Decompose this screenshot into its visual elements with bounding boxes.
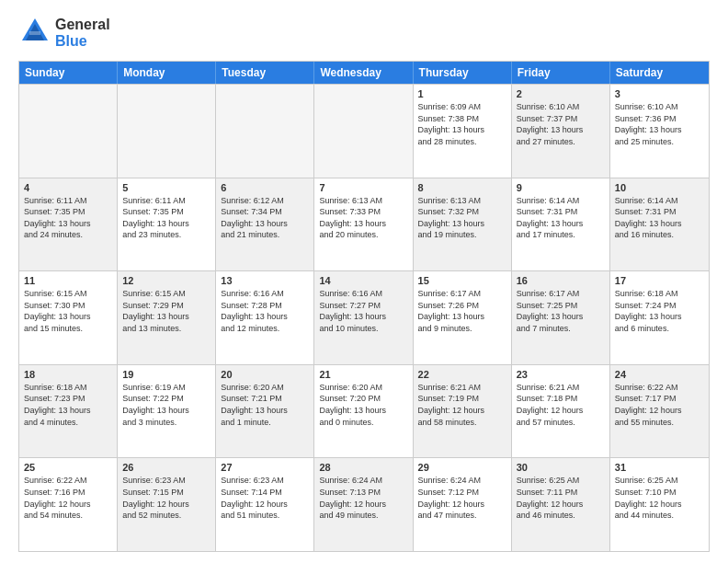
day-info: Sunrise: 6:20 AM Sunset: 7:21 PM Dayligh… <box>221 382 309 428</box>
logo: General Blue <box>18 15 110 52</box>
day-number: 23 <box>517 369 605 380</box>
day-info: Sunrise: 6:15 AM Sunset: 7:29 PM Dayligh… <box>122 288 210 334</box>
calendar-cell <box>314 85 413 178</box>
day-number: 18 <box>24 369 112 380</box>
svg-rect-2 <box>29 31 40 35</box>
day-info: Sunrise: 6:24 AM Sunset: 7:12 PM Dayligh… <box>418 475 506 521</box>
day-number: 22 <box>418 369 506 380</box>
day-number: 17 <box>615 275 704 286</box>
day-number: 8 <box>418 182 506 193</box>
day-info: Sunrise: 6:22 AM Sunset: 7:17 PM Dayligh… <box>615 382 704 428</box>
calendar-cell: 16Sunrise: 6:17 AM Sunset: 7:25 PM Dayli… <box>512 271 610 364</box>
day-number: 15 <box>418 275 506 286</box>
day-info: Sunrise: 6:11 AM Sunset: 7:35 PM Dayligh… <box>24 195 112 241</box>
calendar-header-cell: Friday <box>512 62 610 84</box>
day-info: Sunrise: 6:19 AM Sunset: 7:22 PM Dayligh… <box>122 382 210 428</box>
day-info: Sunrise: 6:23 AM Sunset: 7:14 PM Dayligh… <box>221 475 309 521</box>
calendar-cell: 8Sunrise: 6:13 AM Sunset: 7:32 PM Daylig… <box>414 178 512 271</box>
day-info: Sunrise: 6:16 AM Sunset: 7:28 PM Dayligh… <box>221 288 309 334</box>
calendar: SundayMondayTuesdayWednesdayThursdayFrid… <box>18 61 710 552</box>
day-info: Sunrise: 6:25 AM Sunset: 7:11 PM Dayligh… <box>517 475 605 521</box>
day-info: Sunrise: 6:21 AM Sunset: 7:18 PM Dayligh… <box>517 382 605 428</box>
calendar-cell <box>118 85 216 178</box>
calendar-cell: 29Sunrise: 6:24 AM Sunset: 7:12 PM Dayli… <box>414 458 512 551</box>
day-info: Sunrise: 6:25 AM Sunset: 7:10 PM Dayligh… <box>615 475 704 521</box>
day-number: 3 <box>615 88 704 99</box>
calendar-cell: 9Sunrise: 6:14 AM Sunset: 7:31 PM Daylig… <box>512 178 610 271</box>
day-number: 16 <box>517 275 605 286</box>
calendar-row: 4Sunrise: 6:11 AM Sunset: 7:35 PM Daylig… <box>19 178 709 271</box>
day-number: 25 <box>24 462 112 473</box>
day-info: Sunrise: 6:17 AM Sunset: 7:26 PM Dayligh… <box>418 288 506 334</box>
day-info: Sunrise: 6:16 AM Sunset: 7:27 PM Dayligh… <box>319 288 407 334</box>
calendar-cell: 1Sunrise: 6:09 AM Sunset: 7:38 PM Daylig… <box>414 85 512 178</box>
day-number: 20 <box>221 369 309 380</box>
day-info: Sunrise: 6:24 AM Sunset: 7:13 PM Dayligh… <box>319 475 407 521</box>
calendar-row: 11Sunrise: 6:15 AM Sunset: 7:30 PM Dayli… <box>19 270 709 364</box>
day-info: Sunrise: 6:14 AM Sunset: 7:31 PM Dayligh… <box>517 195 605 241</box>
day-number: 9 <box>517 182 605 193</box>
calendar-cell: 10Sunrise: 6:14 AM Sunset: 7:31 PM Dayli… <box>610 178 709 271</box>
calendar-cell: 5Sunrise: 6:11 AM Sunset: 7:35 PM Daylig… <box>118 178 216 271</box>
day-number: 5 <box>122 182 210 193</box>
calendar-cell: 19Sunrise: 6:19 AM Sunset: 7:22 PM Dayli… <box>118 365 216 458</box>
day-info: Sunrise: 6:10 AM Sunset: 7:37 PM Dayligh… <box>517 101 605 147</box>
day-number: 28 <box>319 462 407 473</box>
calendar-cell: 11Sunrise: 6:15 AM Sunset: 7:30 PM Dayli… <box>19 271 118 364</box>
calendar-cell: 25Sunrise: 6:22 AM Sunset: 7:16 PM Dayli… <box>19 458 118 551</box>
day-info: Sunrise: 6:12 AM Sunset: 7:34 PM Dayligh… <box>221 195 309 241</box>
day-number: 31 <box>615 462 704 473</box>
day-info: Sunrise: 6:15 AM Sunset: 7:30 PM Dayligh… <box>24 288 112 334</box>
day-number: 7 <box>319 182 407 193</box>
calendar-cell: 23Sunrise: 6:21 AM Sunset: 7:18 PM Dayli… <box>512 365 610 458</box>
calendar-cell: 2Sunrise: 6:10 AM Sunset: 7:37 PM Daylig… <box>512 85 610 178</box>
logo-text: General Blue <box>55 17 110 50</box>
day-number: 2 <box>517 88 605 99</box>
calendar-cell: 24Sunrise: 6:22 AM Sunset: 7:17 PM Dayli… <box>610 365 709 458</box>
calendar-cell: 14Sunrise: 6:16 AM Sunset: 7:27 PM Dayli… <box>314 271 413 364</box>
calendar-cell: 28Sunrise: 6:24 AM Sunset: 7:13 PM Dayli… <box>314 458 413 551</box>
calendar-cell: 26Sunrise: 6:23 AM Sunset: 7:15 PM Dayli… <box>118 458 216 551</box>
calendar-cell: 27Sunrise: 6:23 AM Sunset: 7:14 PM Dayli… <box>216 458 314 551</box>
calendar-header-cell: Tuesday <box>216 62 314 84</box>
day-number: 27 <box>221 462 309 473</box>
day-info: Sunrise: 6:14 AM Sunset: 7:31 PM Dayligh… <box>615 195 704 241</box>
calendar-header-row: SundayMondayTuesdayWednesdayThursdayFrid… <box>19 62 709 84</box>
day-number: 14 <box>319 275 407 286</box>
day-info: Sunrise: 6:20 AM Sunset: 7:20 PM Dayligh… <box>319 382 407 428</box>
day-info: Sunrise: 6:18 AM Sunset: 7:23 PM Dayligh… <box>24 382 112 428</box>
day-info: Sunrise: 6:09 AM Sunset: 7:38 PM Dayligh… <box>418 101 506 147</box>
calendar-cell: 18Sunrise: 6:18 AM Sunset: 7:23 PM Dayli… <box>19 365 118 458</box>
day-number: 6 <box>221 182 309 193</box>
calendar-cell: 13Sunrise: 6:16 AM Sunset: 7:28 PM Dayli… <box>216 271 314 364</box>
calendar-cell: 15Sunrise: 6:17 AM Sunset: 7:26 PM Dayli… <box>414 271 512 364</box>
calendar-header-cell: Wednesday <box>314 62 413 84</box>
logo-icon <box>18 15 51 52</box>
day-number: 21 <box>319 369 407 380</box>
calendar-header-cell: Sunday <box>19 62 118 84</box>
calendar-header-cell: Monday <box>118 62 216 84</box>
header: General Blue <box>18 15 710 52</box>
calendar-cell: 21Sunrise: 6:20 AM Sunset: 7:20 PM Dayli… <box>314 365 413 458</box>
day-number: 29 <box>418 462 506 473</box>
day-info: Sunrise: 6:11 AM Sunset: 7:35 PM Dayligh… <box>122 195 210 241</box>
calendar-cell: 12Sunrise: 6:15 AM Sunset: 7:29 PM Dayli… <box>118 271 216 364</box>
calendar-cell: 22Sunrise: 6:21 AM Sunset: 7:19 PM Dayli… <box>414 365 512 458</box>
day-number: 12 <box>122 275 210 286</box>
calendar-row: 1Sunrise: 6:09 AM Sunset: 7:38 PM Daylig… <box>19 84 709 178</box>
calendar-body: 1Sunrise: 6:09 AM Sunset: 7:38 PM Daylig… <box>19 84 709 551</box>
day-info: Sunrise: 6:21 AM Sunset: 7:19 PM Dayligh… <box>418 382 506 428</box>
calendar-cell: 20Sunrise: 6:20 AM Sunset: 7:21 PM Dayli… <box>216 365 314 458</box>
day-number: 11 <box>24 275 112 286</box>
page: General Blue SundayMondayTuesdayWednesda… <box>0 0 728 563</box>
calendar-row: 25Sunrise: 6:22 AM Sunset: 7:16 PM Dayli… <box>19 457 709 551</box>
calendar-cell: 17Sunrise: 6:18 AM Sunset: 7:24 PM Dayli… <box>610 271 709 364</box>
calendar-header-cell: Thursday <box>414 62 512 84</box>
calendar-cell: 6Sunrise: 6:12 AM Sunset: 7:34 PM Daylig… <box>216 178 314 271</box>
day-info: Sunrise: 6:18 AM Sunset: 7:24 PM Dayligh… <box>615 288 704 334</box>
calendar-cell <box>216 85 314 178</box>
day-number: 26 <box>122 462 210 473</box>
day-number: 19 <box>122 369 210 380</box>
calendar-cell <box>19 85 118 178</box>
calendar-cell: 31Sunrise: 6:25 AM Sunset: 7:10 PM Dayli… <box>610 458 709 551</box>
